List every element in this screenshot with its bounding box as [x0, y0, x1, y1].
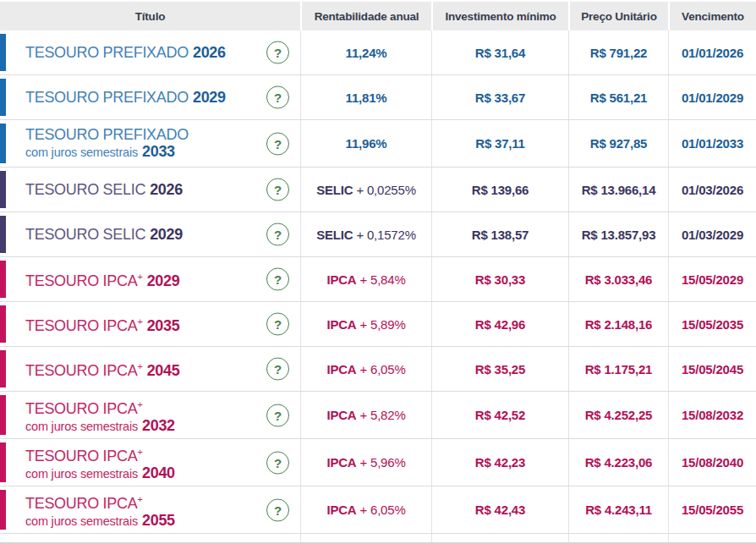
unit-price-cell: R$ 4.252,25	[568, 392, 668, 438]
table-row[interactable]: TESOURO PREFIXADO com juros semestrais20…	[0, 120, 756, 168]
table-body: TESOURO PREFIXADO2026 ? 11,24% R$ 31,64 …	[0, 30, 756, 534]
rate-value: + 0,1572%	[356, 228, 415, 242]
help-icon[interactable]: ?	[266, 179, 289, 201]
rate-index: 11,96%	[346, 136, 387, 151]
annual-rate-cell: 11,96%	[300, 120, 431, 167]
table-row[interactable]: TESOURO PREFIXADO2026 ? 11,24% R$ 31,64 …	[0, 30, 756, 75]
bond-color-bar	[0, 490, 6, 530]
help-icon[interactable]: ?	[266, 223, 289, 246]
unit-price-cell: R$ 4.223,06	[568, 439, 668, 486]
rate-index: IPCA	[326, 408, 356, 422]
rate-index: SELIC	[316, 228, 353, 242]
bond-title-line1: TESOURO IPCA+	[25, 396, 175, 418]
bond-name: TESOURO IPCA	[25, 272, 137, 289]
help-icon[interactable]: ?	[266, 451, 289, 474]
help-icon[interactable]: ?	[266, 404, 289, 426]
table-row[interactable]: TESOURO PREFIXADO2029 ? 11,81% R$ 33,67 …	[0, 75, 756, 120]
rate-index: IPCA	[326, 503, 356, 517]
help-icon[interactable]: ?	[266, 498, 289, 521]
table-row[interactable]: TESOURO IPCA+ com juros semestrais2040 ?…	[0, 439, 756, 486]
rate-value: + 5,96%	[359, 455, 405, 470]
maturity-cell: 15/05/2035	[668, 302, 756, 346]
rate-index: 11,24%	[346, 46, 387, 60]
help-icon[interactable]: ?	[266, 313, 289, 336]
bond-color-bar	[0, 350, 6, 387]
bond-year: 2055	[142, 512, 175, 529]
rate-index: IPCA	[326, 317, 356, 332]
help-icon[interactable]: ?	[266, 358, 289, 381]
min-investment-cell: R$ 35,25	[431, 347, 568, 391]
rate-value: + 0,0255%	[356, 183, 415, 197]
unit-price-cell: R$ 2.148,16	[568, 302, 668, 346]
bond-name: TESOURO IPCA	[25, 400, 137, 417]
bond-title-cell[interactable]: TESOURO IPCA+2035 ?	[0, 302, 300, 346]
unit-price-cell: R$ 3.033,46	[568, 257, 668, 301]
bond-title-cell[interactable]: TESOURO IPCA+ com juros semestrais2040 ?	[0, 439, 300, 486]
rate-index: IPCA	[326, 362, 356, 376]
unit-price-cell: R$ 13.966,14	[568, 168, 668, 212]
table-header: Título Rentabilidade anual Investimento …	[0, 0, 756, 30]
bond-name: TESOURO IPCA	[25, 317, 137, 334]
bond-title: TESOURO SELIC2029	[0, 226, 183, 244]
bond-name: TESOURO IPCA	[25, 362, 137, 379]
bond-title-line1: TESOURO PREFIXADO2026	[25, 44, 226, 62]
table-row[interactable]: TESOURO IPCA+ com juros semestrais2055 ?…	[0, 486, 756, 534]
table-row[interactable]: TESOURO SELIC2026 ? SELIC+ 0,0255% R$ 13…	[0, 168, 756, 212]
bond-year: 2029	[147, 272, 180, 289]
bond-color-bar	[0, 216, 6, 253]
maturity-cell: 01/03/2029	[668, 212, 756, 256]
bond-title-cell[interactable]: TESOURO IPCA+2029 ?	[0, 257, 300, 301]
next-row-partial	[0, 534, 756, 544]
table-row[interactable]: TESOURO IPCA+2029 ? IPCA+ 5,84% R$ 30,33…	[0, 257, 756, 302]
bond-year: 2035	[147, 317, 180, 334]
table-row[interactable]: TESOURO IPCA+2045 ? IPCA+ 6,05% R$ 35,25…	[0, 347, 756, 392]
bond-title: TESOURO PREFIXADO com juros semestrais20…	[0, 126, 189, 161]
bond-title-cell[interactable]: TESOURO IPCA+ com juros semestrais2055 ?	[0, 486, 300, 533]
bond-title-cell[interactable]: TESOURO SELIC2029 ?	[0, 212, 300, 256]
help-icon[interactable]: ?	[266, 41, 289, 64]
bond-year: 2026	[150, 181, 183, 198]
bond-color-bar	[0, 261, 6, 298]
bond-subtitle: com juros semestrais	[25, 146, 138, 159]
help-icon[interactable]: ?	[266, 268, 289, 291]
bond-title-cell[interactable]: TESOURO PREFIXADO2029 ?	[0, 75, 300, 119]
rate-index: IPCA	[326, 455, 356, 470]
bond-title-line2: com juros semestrais2055	[25, 513, 175, 530]
bond-year: 2029	[193, 89, 226, 106]
min-investment-cell: R$ 138,57	[431, 212, 568, 256]
annual-rate-cell: IPCA+ 5,89%	[300, 302, 431, 346]
help-icon[interactable]: ?	[266, 132, 289, 155]
bond-name: TESOURO SELIC	[25, 226, 145, 243]
annual-rate-cell: IPCA+ 6,05%	[300, 347, 431, 391]
column-header-investimento: Investimento mínimo	[433, 2, 568, 30]
help-icon[interactable]: ?	[266, 86, 289, 109]
bond-title-line2: com juros semestrais2032	[25, 418, 175, 435]
bond-plus-sup: +	[137, 399, 142, 409]
table-row[interactable]: TESOURO SELIC2029 ? SELIC+ 0,1572% R$ 13…	[0, 212, 756, 257]
bond-title-line1: TESOURO IPCA+2045	[25, 358, 180, 380]
rate-value: + 5,84%	[359, 272, 405, 287]
bond-title-line1: TESOURO SELIC2029	[25, 226, 183, 244]
unit-price-cell: R$ 4.243,11	[568, 486, 668, 533]
maturity-cell: 01/01/2026	[668, 30, 756, 74]
annual-rate-cell: IPCA+ 5,82%	[300, 392, 431, 438]
bond-title-cell[interactable]: TESOURO SELIC2026 ?	[0, 168, 300, 212]
bond-title-cell[interactable]: TESOURO IPCA+2045 ?	[0, 347, 300, 391]
bond-title: TESOURO SELIC2026	[0, 181, 183, 199]
annual-rate-cell: IPCA+ 6,05%	[300, 486, 431, 533]
maturity-cell: 15/05/2029	[668, 257, 756, 301]
min-investment-cell: R$ 37,11	[431, 120, 568, 167]
bond-year: 2033	[142, 143, 175, 160]
bond-title-cell[interactable]: TESOURO PREFIXADO2026 ?	[0, 30, 300, 74]
table-row[interactable]: TESOURO IPCA+ com juros semestrais2032 ?…	[0, 392, 756, 439]
bond-color-bar	[0, 305, 6, 343]
table-row[interactable]: TESOURO IPCA+2035 ? IPCA+ 5,89% R$ 42,96…	[0, 302, 756, 347]
bond-plus-sup: +	[137, 494, 142, 504]
bond-plus-sup: +	[137, 272, 142, 282]
bond-title-cell[interactable]: TESOURO PREFIXADO com juros semestrais20…	[0, 120, 300, 167]
bond-year: 2045	[147, 362, 180, 379]
bond-title: TESOURO IPCA+ com juros semestrais2032	[0, 396, 175, 435]
bond-plus-sup: +	[137, 316, 142, 327]
rate-index: 11,81%	[346, 91, 387, 105]
bond-title-cell[interactable]: TESOURO IPCA+ com juros semestrais2032 ?	[0, 392, 300, 438]
